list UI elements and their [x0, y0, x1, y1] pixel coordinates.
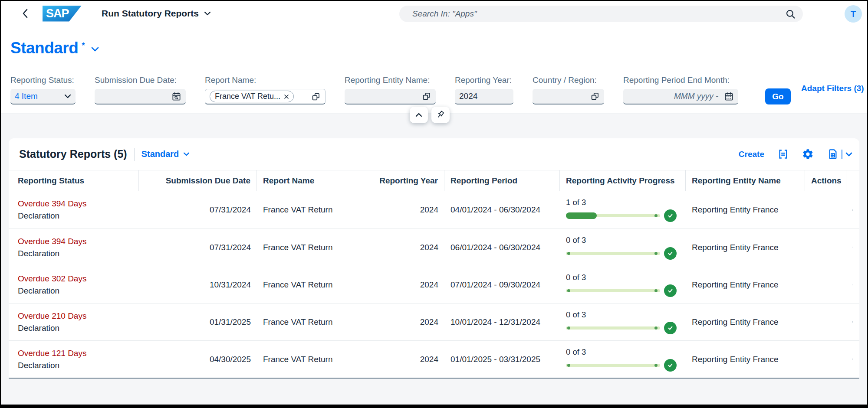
- filter-token[interactable]: France VAT Retu...: [210, 91, 294, 102]
- page-header: Standard * Reporting Status: 4 Items: [1, 26, 867, 114]
- back-button[interactable]: [17, 6, 32, 21]
- filter-control[interactable]: 2024: [455, 89, 513, 104]
- status-type-text: Declaration: [18, 210, 86, 222]
- value-help-icon[interactable]: [590, 91, 600, 101]
- status-overdue-text: Overdue 302 Days: [18, 273, 86, 285]
- filter-field: Report Name: France VAT Retu...: [205, 75, 326, 104]
- row-navigation[interactable]: [846, 191, 859, 228]
- value-help-icon[interactable]: [311, 92, 321, 101]
- progress-track: [566, 326, 660, 330]
- table-row[interactable]: Overdue 302 Days Declaration 10/31/2024 …: [9, 266, 859, 303]
- status-check-badge: [664, 284, 677, 297]
- filter-field: Country / Region:: [533, 75, 604, 104]
- status-overdue-text: Overdue 121 Days: [18, 347, 86, 359]
- row-navigation[interactable]: [846, 341, 859, 378]
- check-icon: [667, 250, 674, 257]
- progress-start-dot: [567, 326, 570, 330]
- adapt-filters-link[interactable]: Adapt Filters (3): [801, 84, 864, 93]
- filter-field: Reporting Period End Month: MMM yyyy - M…: [623, 75, 738, 104]
- filter-control[interactable]: France VAT Retu...: [205, 89, 326, 104]
- progress-label: 0 of 3: [566, 347, 677, 357]
- row-navigation[interactable]: [846, 304, 859, 340]
- reporting-entity-cell: Reporting Entity France: [686, 191, 805, 228]
- filter-value: 2024: [459, 91, 484, 101]
- reporting-status-cell: Overdue 121 Days Declaration: [18, 347, 86, 371]
- progress-cell: 0 of 3: [560, 304, 686, 340]
- sap-logo-text: SAP: [43, 7, 69, 21]
- filter-control[interactable]: MMM yyyy - MMM yyyy: [623, 89, 738, 104]
- variant-selector[interactable]: Standard *: [10, 39, 99, 57]
- table-title: Statutory Reports (5): [19, 148, 127, 160]
- token-remove-button[interactable]: [284, 94, 289, 99]
- column-header[interactable]: Reporting Entity Name: [686, 170, 805, 191]
- reporting-entity-cell: Reporting Entity France: [686, 304, 805, 340]
- user-avatar[interactable]: T: [845, 5, 862, 23]
- column-header[interactable]: Reporting Activity Progress: [560, 170, 686, 191]
- collapse-header-button[interactable]: [410, 107, 428, 123]
- filter-control[interactable]: [95, 89, 186, 104]
- reporting-status-cell: Overdue 302 Days Declaration: [18, 273, 86, 297]
- reporting-period-cell: 06/01/2024 - 06/30/2024: [444, 229, 560, 266]
- row-navigation[interactable]: [846, 229, 859, 266]
- table-row[interactable]: Overdue 394 Days Declaration 07/31/2024 …: [9, 191, 859, 228]
- status-check-badge: [664, 322, 677, 334]
- column-header[interactable]: Actions: [805, 170, 846, 191]
- row-navigation[interactable]: [846, 266, 859, 303]
- reporting-period-cell: 10/01/2024 - 12/31/2024: [444, 304, 560, 340]
- actions-cell: [805, 304, 846, 340]
- column-header[interactable]: Submission Due Date: [139, 170, 257, 191]
- create-button[interactable]: Create: [739, 150, 764, 159]
- go-button[interactable]: Go: [765, 88, 791, 104]
- status-check-badge: [664, 359, 677, 372]
- table-variant-selector[interactable]: Standard: [141, 149, 190, 159]
- submission-due-date-cell: 07/31/2024: [139, 229, 257, 266]
- actions-cell: [805, 229, 846, 266]
- chevron-down-icon[interactable]: [845, 152, 852, 157]
- status-overdue-text: Overdue 394 Days: [18, 198, 86, 210]
- progress-start-dot: [567, 364, 570, 367]
- filter-label: Reporting Period End Month:: [623, 75, 738, 85]
- progress-bar: [566, 209, 677, 222]
- filter-control[interactable]: [345, 89, 436, 104]
- export-split-button[interactable]: [827, 148, 852, 160]
- actions-cell: [805, 191, 846, 228]
- reporting-entity-cell: Reporting Entity France: [686, 341, 805, 378]
- close-icon: [284, 94, 289, 99]
- chevron-right-icon: [852, 318, 853, 326]
- table-settings-button[interactable]: [802, 148, 814, 160]
- progress-start-dot: [567, 289, 570, 292]
- column-header[interactable]: Reporting Year: [360, 170, 444, 191]
- column-header[interactable]: Reporting Status: [9, 170, 139, 191]
- pin-header-button[interactable]: [431, 107, 450, 123]
- chevron-down-icon[interactable]: [64, 94, 71, 98]
- check-icon: [667, 324, 674, 332]
- column-header[interactable]: Reporting Period: [444, 170, 560, 191]
- chevron-right-icon: [852, 206, 853, 214]
- progress-end-dot: [654, 289, 658, 292]
- search-icon[interactable]: [785, 9, 796, 20]
- reporting-period-cell: 01/01/2025 - 03/31/2025: [444, 341, 560, 378]
- app-title-menu[interactable]: Run Statutory Reports: [102, 8, 211, 19]
- report-name-cell: France VAT Return: [257, 341, 360, 378]
- sap-logo[interactable]: SAP: [43, 6, 82, 22]
- filter-field: Submission Due Date:: [95, 75, 186, 104]
- filter-control[interactable]: [533, 89, 604, 104]
- table-row[interactable]: Overdue 394 Days Declaration 07/31/2024 …: [9, 228, 859, 266]
- shell-search-input[interactable]: Search In: "Apps": [399, 6, 803, 22]
- progress-cell: 1 of 3: [560, 191, 686, 228]
- table-row[interactable]: Overdue 121 Days Declaration 04/30/2025 …: [9, 340, 859, 378]
- calendar-icon[interactable]: [724, 91, 734, 101]
- table-row[interactable]: Overdue 210 Days Declaration 01/31/2025 …: [9, 303, 859, 340]
- column-header[interactable]: Report Name: [257, 170, 360, 191]
- value-help-icon[interactable]: [422, 91, 431, 101]
- gear-icon: [802, 148, 814, 160]
- progress-label: 1 of 3: [566, 198, 677, 207]
- filter-label: Report Name:: [205, 75, 326, 85]
- filter-field: Reporting Year: 2024: [455, 75, 513, 104]
- avatar-initial: T: [851, 9, 856, 19]
- back-icon: [22, 9, 28, 18]
- group-settings-button[interactable]: [777, 148, 789, 160]
- filter-control[interactable]: 4 Items: [10, 89, 76, 104]
- chevron-right-icon: [852, 356, 853, 363]
- calendar-search-icon[interactable]: [171, 91, 181, 101]
